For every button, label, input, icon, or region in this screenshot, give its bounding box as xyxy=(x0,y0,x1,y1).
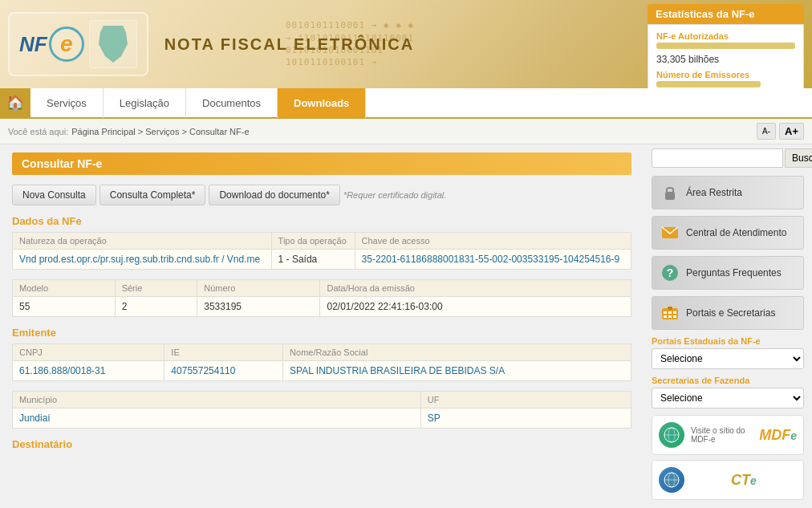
col-natureza: Natureza da operação xyxy=(13,233,272,250)
search-widget: Buscar xyxy=(652,148,804,168)
cell-ie: 407557254110 xyxy=(164,361,283,381)
breadcrumb-label: Você está aqui: xyxy=(8,127,68,136)
svg-text:?: ? xyxy=(667,266,674,279)
svg-rect-7 xyxy=(668,311,672,314)
mdfe-visit-text: Visite o sítio do MDF-e xyxy=(691,426,753,444)
portais-estaduais-widget: Portais Estaduais da NF-e Selecione xyxy=(652,336,804,369)
action-buttons-row: Nova Consulta Consulta Completa* Downloa… xyxy=(12,185,631,205)
nav-item-legislacao[interactable]: Legislação xyxy=(104,87,186,118)
font-decrease-button[interactable]: A- xyxy=(757,123,776,140)
nav-item-downloads[interactable]: Downloads xyxy=(278,87,366,118)
col-ie: IE xyxy=(164,344,283,361)
col-cnpj: CNPJ xyxy=(13,344,164,361)
breadcrumb-bar: Você está aqui: Página Principal > Servi… xyxy=(0,119,812,144)
header: 0010101110001 → ◆ ◆ ◆ → 1101010011010110… xyxy=(0,0,812,88)
table-row: Vnd prod.est.opr.c/pr.suj.reg.sub.trib.c… xyxy=(13,250,631,270)
dados-nfe-table2: Modelo Série Número Data/Hora da emissão… xyxy=(12,279,631,317)
cell-natureza: Vnd prod.est.opr.c/pr.suj.reg.sub.trib.c… xyxy=(13,250,272,270)
col-tipo: Tipo da operação xyxy=(271,233,355,250)
lock-icon xyxy=(660,183,680,202)
breadcrumb-left: Você está aqui: Página Principal > Servi… xyxy=(8,127,250,136)
cte-box: CTe xyxy=(652,460,804,500)
table-row: 61.186.888/0018-31 407557254110 SPAL IND… xyxy=(13,361,631,381)
cell-modelo: 55 xyxy=(13,297,116,317)
dados-nfe-table1: Natureza da operação Tipo da operação Ch… xyxy=(12,232,631,270)
svg-rect-10 xyxy=(668,315,672,318)
table-row: Município UF xyxy=(13,392,631,408)
portais-secretarias-widget: Portais e Secretarias xyxy=(652,296,804,330)
logo-area: NF e NOTA FISCAL ELETRÔNICA xyxy=(0,12,414,76)
emitente-title: Emitente xyxy=(12,327,631,339)
mdfe-box: Visite o sítio do MDF-e MDFe xyxy=(652,415,804,455)
mdfe-info: Visite o sítio do MDF-e xyxy=(691,426,753,444)
emitente-table1: CNPJ IE Nome/Razão Social 61.186.888/001… xyxy=(12,343,631,381)
perguntas-frequentes-label: Perguntas Frequentes xyxy=(686,267,782,278)
secretarias-fazenda-widget: Secretarias de Fazenda Selecione xyxy=(652,376,804,408)
col-modelo: Modelo xyxy=(13,280,116,297)
stats-panel: Estatísticas da NF-e NF-e Autorizadas 33… xyxy=(648,4,804,88)
secretarias-fazenda-select[interactable]: Selecione xyxy=(652,388,804,408)
main-layout: Consultar NF-e Nova Consulta Consulta Co… xyxy=(0,144,812,508)
cell-chave: 35-2201-61186888001831-55-002-003533195-… xyxy=(355,250,631,270)
cte-logo-area: CTe xyxy=(691,473,797,487)
perguntas-frequentes-widget: ? Perguntas Frequentes xyxy=(652,256,804,290)
stats-authorized-label: NF-e Autorizadas xyxy=(656,31,795,41)
col-data: Data/Hora da emissão xyxy=(320,280,631,297)
col-chave: Chave de acesso xyxy=(355,233,631,250)
logo-circle: e xyxy=(49,26,84,62)
sidebar: Buscar Área Restrita xyxy=(644,144,812,508)
svg-rect-5 xyxy=(668,307,672,310)
portais-estaduais-label: Portais Estaduais da NF-e xyxy=(652,336,804,346)
logo-nf: NF xyxy=(19,32,47,57)
svg-rect-0 xyxy=(665,192,675,200)
portais-secretarias-button[interactable]: Portais e Secretarias xyxy=(652,296,804,330)
home-button[interactable]: 🏠 xyxy=(0,87,30,118)
header-title-area: NOTA FISCAL ELETRÔNICA xyxy=(164,35,414,54)
area-restrita-widget: Área Restrita xyxy=(652,176,804,209)
svg-rect-11 xyxy=(673,315,676,318)
nav-item-documentos[interactable]: Documentos xyxy=(186,87,278,118)
consulta-completa-button[interactable]: Consulta Completa* xyxy=(99,185,206,205)
search-button[interactable]: Buscar xyxy=(785,148,812,168)
cell-serie: 2 xyxy=(115,297,197,317)
table-row: Modelo Série Número Data/Hora da emissão xyxy=(13,280,631,297)
table-row: Natureza da operação Tipo da operação Ch… xyxy=(13,233,631,250)
cell-tipo: 1 - Saída xyxy=(271,250,355,270)
portais-estaduais-select[interactable]: Selecione xyxy=(652,348,804,369)
cte-globe-icon xyxy=(659,467,684,493)
area-restrita-button[interactable]: Área Restrita xyxy=(652,176,804,209)
button-note: *Requer certificado digital. xyxy=(343,190,446,200)
mdfe-globe-icon xyxy=(659,422,684,448)
font-increase-button[interactable]: A+ xyxy=(779,123,804,140)
svg-rect-6 xyxy=(664,311,667,314)
download-documento-button[interactable]: Download do documento* xyxy=(209,185,339,205)
search-input[interactable] xyxy=(652,148,783,168)
mail-icon xyxy=(660,223,680,242)
page-title-bar: Consultar NF-e xyxy=(12,152,631,175)
page-title: Consultar NF-e xyxy=(22,157,102,170)
destinatario-title: Destinatário xyxy=(12,438,631,450)
brazil-map xyxy=(89,20,137,68)
central-atendimento-button[interactable]: Central de Atendimento xyxy=(652,216,804,250)
area-restrita-label: Área Restrita xyxy=(686,187,742,198)
col-serie: Série xyxy=(115,280,197,297)
stats-emitters-label: Número de Emissores xyxy=(656,70,795,79)
content-area: Consultar NF-e Nova Consulta Consulta Co… xyxy=(0,144,644,508)
col-razao: Nome/Razão Social xyxy=(283,344,631,361)
table-row: 55 2 3533195 02/01/2022 22:41:16-03:00 xyxy=(13,297,631,317)
emitente-table2: Município UF Jundiaí SP xyxy=(12,391,631,429)
secretarias-fazenda-label: Secretarias de Fazenda xyxy=(652,376,804,385)
nav-bar: 🏠 Serviços Legislação Documentos Downloa… xyxy=(0,88,812,119)
cell-uf: SP xyxy=(420,408,631,429)
col-uf: UF xyxy=(420,392,631,408)
central-atendimento-label: Central de Atendimento xyxy=(686,227,786,238)
breadcrumb-path: Página Principal > Serviços > Consultar … xyxy=(71,127,249,136)
nav-item-servicos[interactable]: Serviços xyxy=(30,87,104,118)
stats-emitters-bar xyxy=(656,81,761,87)
header-title: NOTA FISCAL ELETRÔNICA xyxy=(164,35,414,54)
mdfe-logo-area: MDFe xyxy=(759,428,797,442)
stats-authorized-bar xyxy=(656,43,795,49)
question-icon: ? xyxy=(660,263,680,282)
nova-consulta-button[interactable]: Nova Consulta xyxy=(12,185,96,205)
perguntas-frequentes-button[interactable]: ? Perguntas Frequentes xyxy=(652,256,804,290)
